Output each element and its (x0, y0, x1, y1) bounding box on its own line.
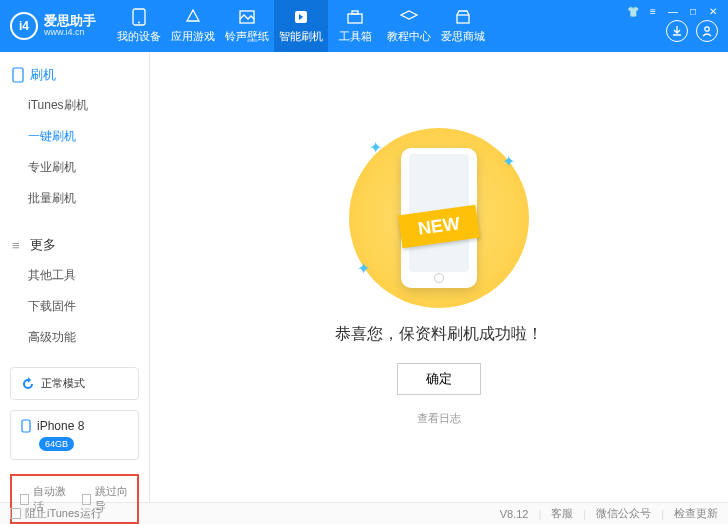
main-content: ✦ ✦ ✦ NEW 恭喜您，保资料刷机成功啦！ 确定 查看日志 (150, 52, 728, 502)
sidebar-other-tools[interactable]: 其他工具 (28, 260, 149, 291)
wechat-link[interactable]: 微信公众号 (596, 506, 651, 521)
phone-outline-icon (12, 67, 24, 83)
nav-tutorials[interactable]: 教程中心 (382, 0, 436, 52)
storage-badge: 64GB (39, 437, 74, 451)
wallpaper-icon (238, 8, 256, 26)
app-name: 爱思助手 (44, 14, 96, 28)
sidebar-oneclick-flash[interactable]: 一键刷机 (28, 121, 149, 152)
nav-my-device[interactable]: 我的设备 (112, 0, 166, 52)
version-label: V8.12 (500, 508, 529, 520)
sidebar-download-firmware[interactable]: 下载固件 (28, 291, 149, 322)
minimize-button[interactable]: — (666, 4, 680, 18)
sidebar-flash-header[interactable]: 刷机 (0, 60, 149, 90)
check-update-link[interactable]: 检查更新 (674, 506, 718, 521)
block-itunes-checkbox[interactable]: 阻止iTunes运行 (10, 506, 102, 521)
menu-icon[interactable]: ≡ (646, 4, 660, 18)
success-message: 恭喜您，保资料刷机成功啦！ (335, 324, 543, 345)
svg-rect-4 (348, 14, 362, 23)
sidebar: 刷机 iTunes刷机 一键刷机 专业刷机 批量刷机 更多 其他工具 下载固件 … (0, 52, 150, 502)
sidebar-advanced[interactable]: 高级功能 (28, 322, 149, 353)
nav-ringtones[interactable]: 铃声壁纸 (220, 0, 274, 52)
svg-rect-9 (22, 420, 30, 432)
nav-smart-flash[interactable]: 智能刷机 (274, 0, 328, 52)
store-icon (454, 8, 472, 26)
close-button[interactable]: ✕ (706, 4, 720, 18)
device-info[interactable]: iPhone 8 64GB (10, 410, 139, 460)
svg-point-7 (705, 27, 709, 31)
support-link[interactable]: 客服 (551, 506, 573, 521)
sidebar-batch-flash[interactable]: 批量刷机 (28, 183, 149, 214)
sidebar-more-header[interactable]: 更多 (0, 230, 149, 260)
sidebar-itunes-flash[interactable]: iTunes刷机 (28, 90, 149, 121)
device-icon (21, 419, 31, 433)
header: i4 爱思助手 www.i4.cn 我的设备 应用游戏 铃声壁纸 智能刷机 工具… (0, 0, 728, 52)
view-log-link[interactable]: 查看日志 (417, 411, 461, 426)
tutorial-icon (400, 8, 418, 26)
maximize-button[interactable]: □ (686, 4, 700, 18)
phone-icon (130, 8, 148, 26)
nav-store[interactable]: 爱思商城 (436, 0, 490, 52)
tshirt-icon[interactable]: 👕 (626, 4, 640, 18)
confirm-button[interactable]: 确定 (397, 363, 481, 395)
refresh-icon (21, 377, 35, 391)
mode-status[interactable]: 正常模式 (10, 367, 139, 400)
toolbox-icon (346, 8, 364, 26)
logo: i4 爱思助手 www.i4.cn (10, 12, 96, 40)
logo-icon: i4 (10, 12, 38, 40)
nav-apps[interactable]: 应用游戏 (166, 0, 220, 52)
user-button[interactable] (696, 20, 718, 42)
app-url: www.i4.cn (44, 28, 96, 38)
svg-rect-8 (13, 68, 23, 82)
success-illustration: ✦ ✦ ✦ NEW (339, 128, 539, 308)
hamburger-icon (12, 238, 24, 253)
svg-point-1 (138, 22, 140, 24)
flash-icon (292, 8, 310, 26)
apps-icon (184, 8, 202, 26)
sidebar-pro-flash[interactable]: 专业刷机 (28, 152, 149, 183)
svg-rect-5 (352, 11, 358, 14)
nav: 我的设备 应用游戏 铃声壁纸 智能刷机 工具箱 教程中心 爱思商城 (112, 0, 490, 52)
svg-rect-6 (457, 15, 469, 23)
nav-toolbox[interactable]: 工具箱 (328, 0, 382, 52)
download-button[interactable] (666, 20, 688, 42)
